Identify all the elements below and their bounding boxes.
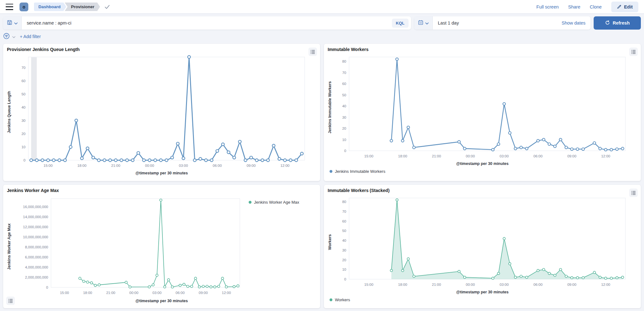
svg-text:50: 50 — [342, 229, 346, 233]
legend-label: Jenkins Immutable Workers — [335, 169, 385, 174]
svg-text:21:00: 21:00 — [432, 154, 441, 158]
x-axis-title: @timestamp per 30 minutes — [7, 299, 316, 303]
svg-text:10: 10 — [21, 145, 25, 149]
svg-text:00:00: 00:00 — [466, 154, 475, 158]
breadcrumb: Dashboard Provisioner — [34, 3, 100, 11]
svg-text:20: 20 — [342, 127, 346, 130]
svg-text:18:00: 18:00 — [398, 154, 407, 158]
panel-legend-toggle-button[interactable] — [308, 48, 317, 56]
svg-text:60: 60 — [342, 82, 346, 86]
top-navigation-bar: o Dashboard Provisioner Full screen Shar… — [0, 0, 644, 14]
svg-text:12:00: 12:00 — [601, 154, 610, 158]
panel-legend-toggle-button[interactable] — [6, 297, 15, 305]
chevron-down-icon — [425, 20, 429, 26]
date-quick-menu-button[interactable] — [414, 16, 433, 30]
chevron-down-icon[interactable] — [12, 34, 15, 39]
svg-text:20: 20 — [342, 258, 346, 262]
chevron-down-icon — [14, 20, 18, 26]
panel-legend-toggle-button[interactable] — [629, 189, 638, 197]
svg-text:40: 40 — [342, 239, 346, 242]
svg-text:80: 80 — [342, 59, 346, 63]
svg-text:16,000,000,000: 16,000,000,000 — [23, 205, 48, 209]
menu-icon[interactable] — [6, 4, 13, 10]
legend-label: Workers — [335, 297, 350, 302]
panel-immutable-workers-stacked: Immutable Workers (Stacked) Workers 0102… — [324, 185, 641, 308]
panel-title[interactable]: Immutable Workers (Stacked) — [328, 188, 637, 193]
svg-text:40: 40 — [342, 104, 346, 108]
breadcrumb-provisioner[interactable]: Provisioner — [65, 3, 100, 11]
svg-text:21:00: 21:00 — [106, 291, 115, 295]
filter-bar: + Add filter — [3, 32, 641, 41]
x-axis-title: @timestamp per 30 minutes — [328, 290, 637, 294]
svg-text:09:00: 09:00 — [246, 164, 256, 167]
saved-query-menu-button[interactable] — [3, 16, 22, 30]
share-link[interactable]: Share — [568, 4, 580, 9]
show-dates-link[interactable]: Show dates — [562, 20, 590, 25]
space-avatar[interactable]: o — [20, 3, 28, 11]
svg-text:10: 10 — [342, 138, 346, 142]
svg-text:15:00: 15:00 — [364, 283, 373, 286]
panel-title[interactable]: Provisioner Jenkins Queue Length — [7, 47, 316, 52]
svg-text:12:00: 12:00 — [280, 164, 290, 167]
svg-text:06:00: 06:00 — [534, 283, 543, 286]
svg-text:60: 60 — [342, 219, 346, 223]
dashboard-grid: Provisioner Jenkins Queue Length Jenkins… — [3, 44, 641, 308]
svg-text:06:00: 06:00 — [213, 164, 222, 167]
svg-text:50: 50 — [21, 92, 25, 96]
filter-icon[interactable] — [3, 33, 10, 41]
y-axis-title: Jenkins Queue Length — [7, 54, 14, 170]
query-language-button[interactable]: KQL — [392, 19, 409, 28]
panel-worker-age-max: Jenkins Worker Age Max Jenkins Worker Ag… — [3, 185, 320, 308]
legend-item[interactable]: Jenkins Immutable Workers — [330, 169, 637, 174]
legend-item[interactable]: Jenkins Worker Age Max — [249, 200, 311, 205]
y-axis-title: Jenkins Immutable Workers — [328, 54, 335, 161]
svg-text:0: 0 — [46, 286, 48, 289]
svg-text:14,000,000,000: 14,000,000,000 — [23, 215, 48, 219]
svg-text:70: 70 — [342, 71, 346, 75]
workers-stacked-area-chart[interactable]: 0102030405060708015:0018:0021:0000:0003:… — [335, 195, 630, 289]
svg-text:30: 30 — [342, 116, 346, 119]
add-filter-button[interactable]: + Add filter — [20, 34, 41, 39]
svg-text:15:00: 15:00 — [43, 164, 53, 167]
list-icon — [8, 298, 13, 303]
full-screen-link[interactable]: Full screen — [536, 4, 559, 9]
svg-text:8,000,000,000: 8,000,000,000 — [25, 245, 48, 249]
refresh-button[interactable]: Refresh — [594, 16, 641, 30]
svg-text:09:00: 09:00 — [567, 283, 576, 286]
y-axis-title: Jenkins Worker Age Max — [7, 195, 14, 298]
svg-text:09:00: 09:00 — [567, 154, 576, 158]
svg-text:21:00: 21:00 — [111, 164, 120, 167]
date-picker: Last 1 day Show dates — [414, 16, 590, 30]
list-icon — [631, 49, 636, 54]
svg-text:10: 10 — [342, 268, 346, 271]
queue-length-line-chart[interactable]: 01020304050607015:0018:0021:0000:0003:00… — [14, 54, 310, 170]
svg-text:60: 60 — [21, 79, 25, 83]
svg-text:03:00: 03:00 — [500, 154, 509, 158]
calendar-icon — [418, 20, 423, 26]
legend-dot — [330, 170, 332, 173]
breadcrumb-dashboard[interactable]: Dashboard — [34, 3, 66, 11]
panel-title[interactable]: Jenkins Worker Age Max — [7, 188, 316, 193]
svg-text:03:00: 03:00 — [179, 164, 188, 167]
immutable-workers-line-chart[interactable]: 0102030405060708015:0018:0021:0000:0003:… — [335, 54, 630, 161]
legend-item[interactable]: Workers — [330, 297, 637, 302]
worker-age-max-line-chart[interactable]: 02,000,000,0004,000,000,0006,000,000,000… — [14, 195, 244, 298]
svg-text:21:00: 21:00 — [432, 283, 441, 286]
svg-text:30: 30 — [342, 248, 346, 252]
svg-text:00:00: 00:00 — [129, 291, 138, 295]
svg-text:09:00: 09:00 — [199, 291, 208, 295]
svg-text:0: 0 — [24, 158, 25, 162]
svg-text:18:00: 18:00 — [83, 291, 92, 295]
time-range-value[interactable]: Last 1 day — [433, 20, 562, 25]
panel-legend-toggle-button[interactable] — [629, 48, 638, 56]
clone-link[interactable]: Clone — [590, 4, 602, 9]
edit-button[interactable]: Edit — [611, 2, 638, 12]
legend-dot — [249, 201, 251, 204]
svg-text:30: 30 — [21, 119, 25, 122]
svg-text:6,000,000,000: 6,000,000,000 — [25, 255, 48, 259]
svg-text:12:00: 12:00 — [222, 291, 231, 295]
svg-text:12:00: 12:00 — [601, 283, 610, 286]
svg-text:15:00: 15:00 — [364, 154, 373, 158]
query-input[interactable] — [22, 20, 392, 25]
panel-title[interactable]: Immutable Workers — [328, 47, 637, 52]
